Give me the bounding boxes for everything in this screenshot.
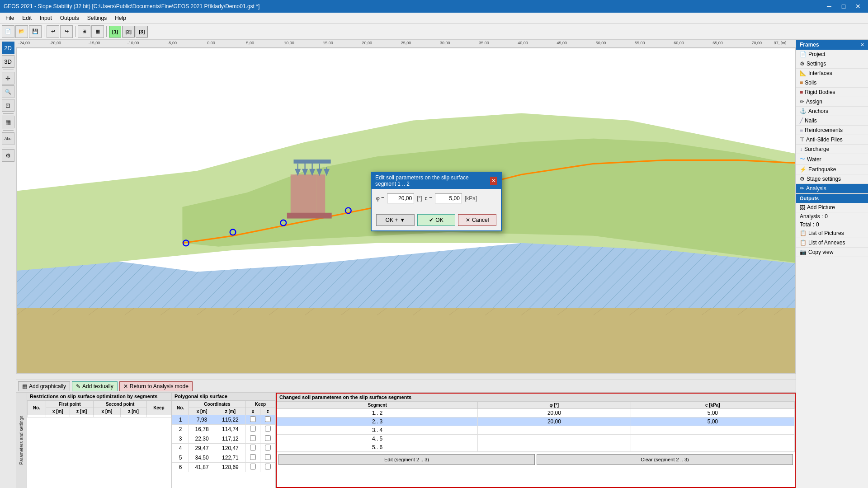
svg-rect-50 bbox=[294, 160, 330, 163]
left-sep-1 bbox=[3, 70, 14, 70]
add-textually-button[interactable]: ✎ Add textually bbox=[72, 381, 118, 391]
nav-soils[interactable]: ■ Soils bbox=[796, 78, 868, 88]
template-button[interactable]: ⊞ bbox=[78, 25, 90, 38]
slip-surface-row[interactable]: 6 41,87 128,69 bbox=[172, 463, 275, 472]
stage-button[interactable]: ▦ bbox=[91, 25, 104, 38]
nav-interfaces[interactable]: 📐 Interfaces bbox=[796, 69, 868, 78]
menu-input[interactable]: Input bbox=[36, 14, 56, 22]
menu-outputs[interactable]: Outputs bbox=[57, 14, 83, 22]
dialog-title-text: Edit soil parameters on the slip surface… bbox=[375, 174, 490, 187]
col-z2: z [m] bbox=[120, 408, 146, 415]
nav-surcharge[interactable]: ↓ Surcharge bbox=[796, 145, 868, 154]
select-tool-button[interactable]: ⊡ bbox=[2, 99, 14, 112]
add-graphically-button[interactable]: ▦ Add graphically bbox=[18, 381, 70, 391]
nav-surcharge-label: Surcharge bbox=[804, 146, 829, 152]
new-button[interactable]: 📄 bbox=[2, 25, 14, 38]
nav-stage-settings[interactable]: ⚙ Stage settings bbox=[796, 174, 868, 184]
menu-help[interactable]: Help bbox=[111, 14, 130, 22]
move-tool-button[interactable]: ✛ bbox=[2, 72, 14, 84]
sp2-col-seg: Segment bbox=[277, 402, 478, 409]
nav-earthquake[interactable]: ⚡ Earthquake bbox=[796, 165, 868, 174]
nav-water[interactable]: 〜 Water bbox=[796, 154, 868, 165]
sp-col-no: No. bbox=[172, 401, 189, 415]
c-input[interactable] bbox=[435, 193, 462, 203]
list-pictures-button[interactable]: 📋 List of Pictures bbox=[796, 229, 868, 238]
redo-button[interactable]: ↪ bbox=[60, 25, 73, 38]
clear-segment-button[interactable]: Clear (segment 2 .. 3) bbox=[537, 454, 793, 465]
stage-2-button[interactable]: [2] bbox=[122, 26, 134, 38]
soil-params-row[interactable]: 2.. 320,005,00 bbox=[277, 418, 795, 426]
ok-button[interactable]: ✔ OK bbox=[417, 214, 456, 226]
maximize-button[interactable]: □ bbox=[837, 2, 850, 11]
menu-file[interactable]: File bbox=[2, 14, 18, 22]
text-tool-button[interactable]: Abc bbox=[2, 132, 14, 145]
ok-plus-button[interactable]: OK + ▼ bbox=[376, 214, 415, 226]
view-3d-button[interactable]: 3D bbox=[2, 55, 14, 68]
right-panel-header: Frames ✕ bbox=[796, 40, 868, 50]
slip-surface-row[interactable]: 2 16,78 114,74 bbox=[172, 425, 275, 434]
soil-params-row[interactable]: 1.. 220,005,00 bbox=[277, 409, 795, 418]
stage-3-button[interactable]: [3] bbox=[136, 26, 148, 38]
view-2d-button[interactable]: 2D bbox=[2, 42, 14, 54]
copy-view-button[interactable]: 📷 Copy view bbox=[796, 248, 868, 257]
content-area: -24,00 -20,00 -15,00 -10,00 -5,00 0,00 5… bbox=[16, 40, 796, 488]
minimize-button[interactable]: ─ bbox=[823, 2, 835, 11]
nav-rigid-bodies-label: Rigid Bodies bbox=[805, 89, 835, 95]
close-button[interactable]: ✕ bbox=[852, 2, 864, 11]
sp-col-kz: z bbox=[260, 408, 275, 415]
svg-rect-36 bbox=[299, 174, 308, 214]
slip-surface-row[interactable]: 4 29,47 120,47 bbox=[172, 444, 275, 453]
nav-reinforcements[interactable]: ≡ Reinforcements bbox=[796, 126, 868, 135]
menu-edit[interactable]: Edit bbox=[19, 14, 35, 22]
list-annexes-button[interactable]: 📋 List of Annexes bbox=[796, 238, 868, 248]
nav-assign[interactable]: ✏ Assign bbox=[796, 97, 868, 107]
nav-earthquake-label: Earthquake bbox=[808, 166, 836, 173]
nav-project[interactable]: 📄 Project bbox=[796, 50, 868, 59]
surcharge-icon: ↓ bbox=[800, 146, 802, 152]
slip-surface-row[interactable]: 1 7,93 115,22 bbox=[172, 415, 275, 425]
soil-params-row[interactable]: 4.. 5 bbox=[277, 435, 795, 443]
nav-project-label: Project bbox=[808, 51, 825, 57]
add-picture-button[interactable]: 🖼 Add Picture bbox=[796, 203, 868, 212]
edit-dialog: Edit soil parameters on the slip surface… bbox=[371, 172, 502, 231]
svg-rect-35 bbox=[291, 174, 299, 214]
nav-nails[interactable]: ╱ Nails bbox=[796, 116, 868, 126]
phi-input[interactable] bbox=[387, 193, 414, 203]
soil-params-row[interactable]: 3.. 4 bbox=[277, 426, 795, 435]
nav-anchors[interactable]: ⚓ Anchors bbox=[796, 107, 868, 116]
nav-anti-slide[interactable]: ⊤ Anti-Slide Piles bbox=[796, 135, 868, 145]
ruler-label-3: -15,00 bbox=[89, 41, 100, 45]
slip-surface-row[interactable]: 5 34,50 122,71 bbox=[172, 453, 275, 463]
settings-tool-button[interactable]: ⚙ bbox=[2, 149, 14, 162]
slip-surface-row[interactable]: 3 22,30 117,12 bbox=[172, 434, 275, 444]
stage-1-button[interactable]: [1] bbox=[109, 26, 121, 38]
project-icon: 📄 bbox=[800, 51, 807, 57]
soil-params-table: Segment φ [°] c [kPa] 1.. 220,005,002.. … bbox=[277, 401, 795, 452]
list-annexes-icon: 📋 bbox=[800, 239, 807, 246]
nav-rigid-bodies[interactable]: ■ Rigid Bodies bbox=[796, 88, 868, 97]
save-button[interactable]: 💾 bbox=[29, 25, 42, 38]
table-tool-button[interactable]: ▦ bbox=[2, 116, 14, 128]
add-textually-label: Add textually bbox=[82, 383, 113, 389]
dialog-close-button[interactable]: ✕ bbox=[490, 177, 497, 185]
svg-rect-3 bbox=[17, 308, 795, 373]
titlebar-controls: ─ □ ✕ bbox=[823, 2, 864, 11]
col-second: Second point bbox=[94, 401, 146, 408]
analysis-icon: ✏ bbox=[800, 185, 804, 192]
ruler-label-8: 10,00 bbox=[284, 41, 294, 45]
nav-analysis[interactable]: ✏ Analysis bbox=[796, 184, 868, 193]
reinforcements-icon: ≡ bbox=[800, 127, 803, 133]
search-tool-button[interactable]: 🔍 bbox=[2, 85, 14, 98]
open-button[interactable]: 📂 bbox=[15, 25, 28, 38]
menu-settings[interactable]: Settings bbox=[84, 14, 110, 22]
add-graphically-icon: ▦ bbox=[22, 383, 27, 389]
soil-params-row[interactable]: 5.. 6 bbox=[277, 443, 795, 452]
return-mode-button[interactable]: ✕ Return to Analysis mode bbox=[119, 381, 193, 391]
canvas-scrollbar[interactable] bbox=[16, 373, 796, 380]
cancel-button[interactable]: ✕ Cancel bbox=[458, 214, 496, 226]
edit-segment-button[interactable]: Edit (segment 2 .. 3) bbox=[278, 454, 535, 465]
right-panel-close[interactable]: ✕ bbox=[860, 42, 864, 48]
frames-label: Frames bbox=[800, 42, 819, 48]
nav-settings[interactable]: ⚙ Settings bbox=[796, 59, 868, 69]
undo-button[interactable]: ↩ bbox=[47, 25, 59, 38]
